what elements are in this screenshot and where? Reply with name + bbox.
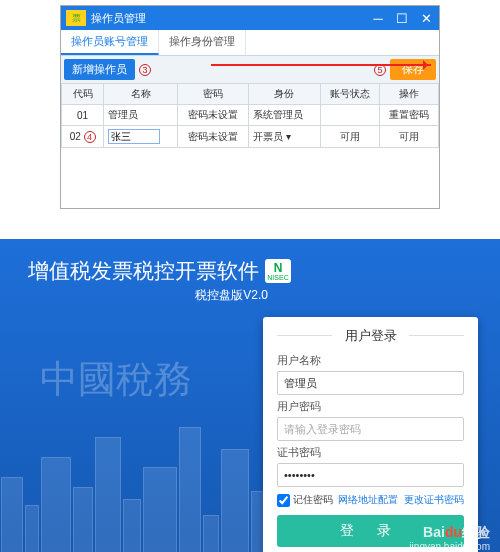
tab-accounts[interactable]: 操作员账号管理 — [61, 30, 159, 55]
nisec-logo-icon: NNISEC — [265, 259, 291, 283]
col-pwd: 密码 — [177, 84, 248, 105]
annotation-4: 4 — [84, 131, 96, 143]
background-text: 中國稅務 — [40, 354, 192, 405]
role-select[interactable]: 开票员 ▾ — [249, 126, 320, 148]
reset-pwd-link[interactable]: 重置密码 — [379, 105, 438, 126]
app-logo-icon: 票 — [66, 10, 86, 26]
toolbar: 新增操作员 3 5 保存 — [61, 56, 439, 83]
table-row[interactable]: 01 管理员 密码未设置 系统管理员 重置密码 — [62, 105, 439, 126]
tab-identity[interactable]: 操作身份管理 — [159, 30, 246, 55]
login-card: 用户登录 用户名称 用户密码 证书密码 记住密码 网络地址配置 更改证书密码 登… — [263, 317, 478, 552]
annotation-3: 3 — [139, 64, 151, 76]
login-window: 增值税发票税控开票软件 NNISEC 税控盘版V2.0 中國稅務 用户登录 用户… — [0, 239, 500, 552]
cert-input[interactable] — [277, 463, 464, 487]
cert-label: 证书密码 — [277, 445, 464, 460]
col-code: 代码 — [62, 84, 104, 105]
remember-checkbox[interactable]: 记住密码 — [277, 493, 333, 507]
table-row[interactable]: 02 4 密码未设置 开票员 ▾ 可用 可用 — [62, 126, 439, 148]
close-button[interactable]: ✕ — [415, 11, 437, 26]
operator-table: 代码 名称 密码 身份 账号状态 操作 01 管理员 密码未设置 系统管理员 重… — [61, 83, 439, 148]
username-label: 用户名称 — [277, 353, 464, 368]
col-status: 账号状态 — [320, 84, 379, 105]
app-subtitle: 税控盘版V2.0 — [28, 287, 268, 304]
login-heading: 用户登录 — [277, 327, 464, 345]
arrow-icon — [211, 64, 431, 66]
add-operator-button[interactable]: 新增操作员 — [64, 59, 135, 80]
password-input[interactable] — [277, 417, 464, 441]
username-input[interactable] — [277, 371, 464, 395]
title-bar: 票 操作员管理 ─ ☐ ✕ — [61, 6, 439, 30]
operator-mgmt-window: 票 操作员管理 ─ ☐ ✕ 操作员账号管理 操作身份管理 新增操作员 3 5 保… — [60, 5, 440, 209]
password-label: 用户密码 — [277, 399, 464, 414]
col-name: 名称 — [104, 84, 178, 105]
col-op: 操作 — [379, 84, 438, 105]
change-cert-link[interactable]: 更改证书密码 — [404, 493, 464, 507]
window-title: 操作员管理 — [91, 11, 367, 26]
minimize-button[interactable]: ─ — [367, 11, 389, 26]
app-title: 增值税发票税控开票软件 — [28, 257, 259, 285]
watermark: Baidu经验 jingyan.baidu.com — [409, 524, 490, 552]
net-config-link[interactable]: 网络地址配置 — [338, 493, 398, 507]
tab-bar: 操作员账号管理 操作身份管理 — [61, 30, 439, 56]
name-input[interactable] — [108, 129, 160, 144]
maximize-button[interactable]: ☐ — [391, 11, 413, 26]
col-role: 身份 — [249, 84, 320, 105]
